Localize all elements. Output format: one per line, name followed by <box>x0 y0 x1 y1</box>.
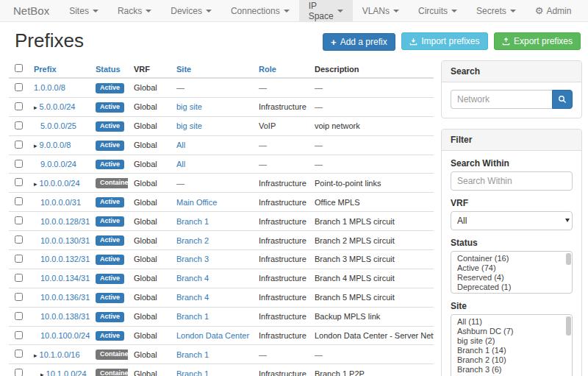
nav-item-admin[interactable]: ⚙ Admin <box>526 0 581 21</box>
export-prefixes-button[interactable]: Export prefixes <box>494 32 581 50</box>
site-link[interactable]: Branch 4 <box>176 274 209 283</box>
site-link[interactable]: Branch 2 <box>176 236 209 245</box>
filter-option[interactable]: Active (74) <box>457 263 572 273</box>
select-arrow-icon <box>565 219 570 222</box>
search-input[interactable] <box>451 90 552 109</box>
site-link[interactable]: Branch 4 <box>176 293 209 302</box>
prefix-link[interactable]: 10.0.0.0/24 <box>40 179 80 188</box>
row-checkbox[interactable] <box>15 274 23 282</box>
vrf-value: Global <box>134 331 157 340</box>
nav-item-vlans[interactable]: VLANs <box>353 0 409 21</box>
select-all-checkbox[interactable] <box>15 64 23 72</box>
filter-option[interactable]: Container (16) <box>457 254 572 263</box>
description-value: Point-to-point links <box>315 179 381 188</box>
prefix-link[interactable]: 5.0.0.0/25 <box>40 121 76 130</box>
row-checkbox[interactable] <box>15 312 23 320</box>
prefix-link[interactable]: 10.0.0.132/31 <box>40 255 90 263</box>
scrollbar-thumb[interactable] <box>566 316 571 336</box>
description-value: Branch 2 MPLS circuit <box>315 236 395 245</box>
row-checkbox[interactable] <box>15 369 23 376</box>
prefix-link[interactable]: 10.0.0.130/31 <box>40 236 90 245</box>
nav-item-ip-space[interactable]: IP Space <box>299 0 353 21</box>
filter-option[interactable]: All (11) <box>457 317 572 327</box>
prefix-link[interactable]: 10.0.0.138/31 <box>40 312 90 321</box>
status-listbox[interactable]: Container (16)Active (74)Reserved (4)Dep… <box>451 251 573 294</box>
prefix-link[interactable]: 5.0.0.0/24 <box>40 102 76 111</box>
row-checkbox[interactable] <box>15 235 23 244</box>
row-checkbox[interactable] <box>15 331 23 339</box>
vrf-value: Global <box>134 274 157 283</box>
column-header-role[interactable]: Role <box>259 65 276 74</box>
prefix-link[interactable]: 10.0.0.0/31 <box>40 198 81 207</box>
role-value: Infrastructure <box>259 369 306 376</box>
empty-value: — <box>315 83 323 92</box>
row-checkbox[interactable] <box>15 255 23 263</box>
prefix-link[interactable]: 9.0.0.0/24 <box>40 160 76 169</box>
site-link[interactable]: big site <box>176 121 202 130</box>
nav-item-profile[interactable]: Profile <box>581 0 588 21</box>
description-value: voip network <box>315 121 360 130</box>
filter-option[interactable]: Branch 1 (14) <box>457 346 572 355</box>
filter-panel: Filter Search Within VRF All Status Cont… <box>441 129 582 376</box>
row-checkbox[interactable] <box>15 216 23 224</box>
search-within-input[interactable] <box>451 171 573 191</box>
expand-caret-icon[interactable]: ▸ <box>40 371 44 376</box>
description-value: Branch 1 MPLS circuit <box>315 217 395 226</box>
column-header-site[interactable]: Site <box>176 65 191 74</box>
filter-option[interactable]: Branch 2 (10) <box>457 355 572 365</box>
nav-item-connections[interactable]: Connections <box>221 0 299 21</box>
prefix-link[interactable]: 10.1.0.0/16 <box>40 350 80 359</box>
row-checkbox[interactable] <box>15 141 23 149</box>
prefix-link[interactable]: 10.0.0.136/31 <box>40 293 90 302</box>
site-link[interactable]: Branch 1 <box>176 217 209 226</box>
scrollbar-thumb[interactable] <box>566 253 571 265</box>
site-link[interactable]: Branch 1 <box>176 369 209 376</box>
site-listbox[interactable]: All (11)Ashburn DC (7)big site (2)Branch… <box>451 314 573 376</box>
row-checkbox[interactable] <box>15 121 23 130</box>
site-link[interactable]: big site <box>176 102 202 111</box>
site-link[interactable]: Branch 3 <box>176 255 209 263</box>
site-link[interactable]: Main Office <box>176 198 217 207</box>
nav-item-racks[interactable]: Racks <box>108 0 161 21</box>
import-prefixes-button[interactable]: Import prefixes <box>401 32 487 50</box>
prefix-link[interactable]: 10.0.0.134/31 <box>40 274 90 283</box>
nav-item-devices[interactable]: Devices <box>161 0 221 21</box>
filter-option[interactable]: Ashburn DC (7) <box>457 327 572 336</box>
expand-caret-icon[interactable]: ▸ <box>34 142 37 149</box>
column-header-status[interactable]: Status <box>96 65 121 74</box>
nav-item-sites[interactable]: Sites <box>60 0 108 21</box>
row-checkbox[interactable] <box>15 83 23 91</box>
filter-option[interactable]: Reserved (4) <box>457 273 572 283</box>
prefix-link[interactable]: 10.0.0.128/31 <box>40 217 90 226</box>
expand-caret-icon[interactable]: ▸ <box>34 104 37 111</box>
row-checkbox[interactable] <box>15 102 23 110</box>
prefix-link[interactable]: 10.0.100.0/24 <box>40 331 90 340</box>
prefix-link[interactable]: 9.0.0.0/8 <box>40 141 71 149</box>
row-checkbox[interactable] <box>15 197 23 205</box>
expand-caret-icon[interactable]: ▸ <box>34 352 37 359</box>
filter-option[interactable]: Branch 3 (6) <box>457 365 572 375</box>
filter-option[interactable]: Deprecated (1) <box>457 283 572 292</box>
app-brand[interactable]: NetBox <box>0 0 60 21</box>
filter-option[interactable]: big site (2) <box>457 336 572 346</box>
row-checkbox[interactable] <box>15 350 23 358</box>
expand-caret-icon[interactable]: ▸ <box>34 180 37 188</box>
prefix-link[interactable]: 10.1.0.0/24 <box>46 369 87 376</box>
prefix-link[interactable]: 1.0.0.0/8 <box>34 83 65 92</box>
vrf-value: Global <box>134 236 157 245</box>
status-badge: Active <box>96 197 124 207</box>
site-link[interactable]: Branch 1 <box>176 312 209 321</box>
add-prefix-button[interactable]: + Add a prefix <box>323 33 395 51</box>
row-checkbox[interactable] <box>15 178 23 186</box>
row-checkbox[interactable] <box>15 160 23 168</box>
site-link[interactable]: Branch 1 <box>176 350 209 359</box>
site-link[interactable]: London Data Center <box>176 331 249 340</box>
nav-item-secrets[interactable]: Secrets <box>467 0 526 21</box>
nav-item-circuits[interactable]: Circuits <box>409 0 467 21</box>
row-checkbox[interactable] <box>15 293 23 301</box>
vrf-select[interactable]: All <box>451 211 573 230</box>
site-link[interactable]: All <box>176 160 185 169</box>
site-link[interactable]: All <box>176 141 185 149</box>
search-button[interactable] <box>552 90 573 109</box>
column-header-prefix[interactable]: Prefix <box>34 65 57 74</box>
